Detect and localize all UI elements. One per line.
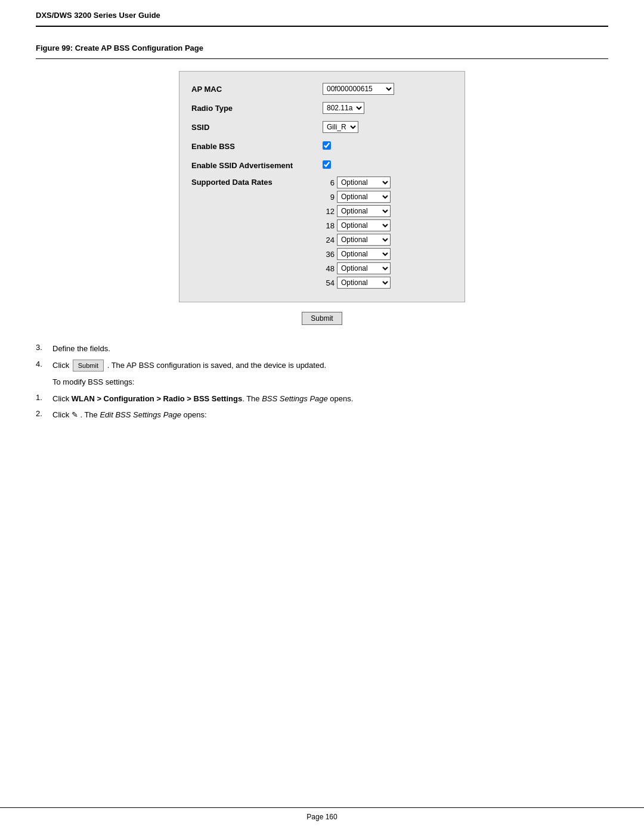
submit-button[interactable]: Submit <box>302 312 342 325</box>
enable-ssid-adv-label: Enable SSID Advertisement <box>191 161 323 170</box>
instruction-1: 1. Click WLAN > Configuration > Radio > … <box>36 393 608 405</box>
ssid-row: SSID Gili_R <box>191 119 453 135</box>
submit-area: Submit <box>36 312 608 325</box>
page-header: DXS/DWS 3200 Series User Guide <box>0 0 644 26</box>
rate-row: 9OptionalSupportedBasic <box>323 191 391 203</box>
data-rates-controls: 6OptionalSupportedBasic9OptionalSupporte… <box>323 176 391 289</box>
rate-select-36[interactable]: OptionalSupportedBasic <box>337 248 391 260</box>
supported-data-rates-row: Supported Data Rates 6OptionalSupportedB… <box>191 176 453 289</box>
rate-number-12: 12 <box>323 207 335 216</box>
radio-type-control: 802.11a <box>323 102 453 114</box>
document-title: DXS/DWS 3200 Series User Guide <box>36 11 608 20</box>
enable-ssid-adv-checkbox[interactable] <box>323 160 331 169</box>
pencil-icon: ✎ <box>72 410 78 419</box>
ssid-select[interactable]: Gili_R <box>323 121 358 133</box>
instruction-4: 4. Click Submit . The AP BSS configurati… <box>36 360 608 372</box>
instruction-text-modify: To modify BSS settings: <box>52 376 608 388</box>
rate-select-54[interactable]: OptionalSupportedBasic <box>337 277 391 289</box>
ap-mac-row: AP MAC 00f000000615 <box>191 81 453 97</box>
rate-select-6[interactable]: OptionalSupportedBasic <box>337 176 391 188</box>
instruction-modify-header: To modify BSS settings: <box>36 376 608 388</box>
instruction-text-3: Define the fields. <box>52 343 608 355</box>
rate-row: 12OptionalSupportedBasic <box>323 205 391 217</box>
rate-number-18: 18 <box>323 221 335 230</box>
edit-bss-settings-page-ref: Edit BSS Settings Page <box>100 410 181 419</box>
rate-row: 6OptionalSupportedBasic <box>323 176 391 188</box>
instruction-number-2: 2. <box>36 409 52 418</box>
instruction-2: 2. Click ✎ . The Edit BSS Settings Page … <box>36 409 608 421</box>
ap-mac-label: AP MAC <box>191 85 323 94</box>
enable-bss-row: Enable BSS <box>191 138 453 154</box>
ssid-label: SSID <box>191 123 323 132</box>
enable-bss-control <box>323 141 453 151</box>
instruction-3: 3. Define the fields. <box>36 343 608 355</box>
rate-number-54: 54 <box>323 278 335 287</box>
radio-type-label: Radio Type <box>191 104 323 113</box>
rate-select-9[interactable]: OptionalSupportedBasic <box>337 191 391 203</box>
instruction-number-4: 4. <box>36 360 52 368</box>
rate-row: 48OptionalSupportedBasic <box>323 262 391 274</box>
rate-select-12[interactable]: OptionalSupportedBasic <box>337 205 391 217</box>
rate-row: 18OptionalSupportedBasic <box>323 219 391 231</box>
rate-select-24[interactable]: OptionalSupportedBasic <box>337 234 391 246</box>
rate-select-48[interactable]: OptionalSupportedBasic <box>337 262 391 274</box>
enable-bss-checkbox[interactable] <box>323 141 331 150</box>
config-panel: AP MAC 00f000000615 Radio Type 802.11a S… <box>179 71 465 302</box>
instruction-number-1: 1. <box>36 393 52 402</box>
page-footer: Page 160 <box>0 807 644 821</box>
instruction-text-4: Click Submit . The AP BSS configuration … <box>52 360 608 372</box>
page-number: Page 160 <box>306 813 337 821</box>
ap-mac-control: 00f000000615 <box>323 83 453 95</box>
wlan-nav-path: WLAN > Configuration > Radio > BSS Setti… <box>72 394 242 403</box>
rate-row: 54OptionalSupportedBasic <box>323 277 391 289</box>
enable-ssid-adv-row: Enable SSID Advertisement <box>191 157 453 173</box>
figure-section: Figure 99: Create AP BSS Configuration P… <box>0 27 644 337</box>
rate-row: 24OptionalSupportedBasic <box>323 234 391 246</box>
ap-mac-select[interactable]: 00f000000615 <box>323 83 394 95</box>
enable-ssid-adv-control <box>323 160 453 171</box>
rate-number-6: 6 <box>323 178 335 187</box>
radio-type-select[interactable]: 802.11a <box>323 102 364 114</box>
rate-number-9: 9 <box>323 193 335 202</box>
supported-data-rates-label: Supported Data Rates <box>191 176 323 187</box>
rate-row: 36OptionalSupportedBasic <box>323 248 391 260</box>
rate-number-48: 48 <box>323 264 335 273</box>
rate-select-18[interactable]: OptionalSupportedBasic <box>337 219 391 231</box>
instruction-text-2: Click ✎ . The Edit BSS Settings Page ope… <box>52 409 608 421</box>
instruction-number-3: 3. <box>36 343 52 352</box>
figure-rule <box>36 58 608 59</box>
ssid-control: Gili_R <box>323 121 453 133</box>
rate-number-24: 24 <box>323 236 335 244</box>
inline-submit-button: Submit <box>73 360 104 372</box>
bss-settings-page-ref: BSS Settings Page <box>262 394 328 403</box>
instructions-section: 3. Define the fields. 4. Click Submit . … <box>0 337 644 421</box>
radio-type-row: Radio Type 802.11a <box>191 100 453 116</box>
enable-bss-label: Enable BSS <box>191 142 323 151</box>
figure-title: Figure 99: Create AP BSS Configuration P… <box>36 44 608 52</box>
instruction-text-1: Click WLAN > Configuration > Radio > BSS… <box>52 393 608 405</box>
rate-number-36: 36 <box>323 250 335 259</box>
